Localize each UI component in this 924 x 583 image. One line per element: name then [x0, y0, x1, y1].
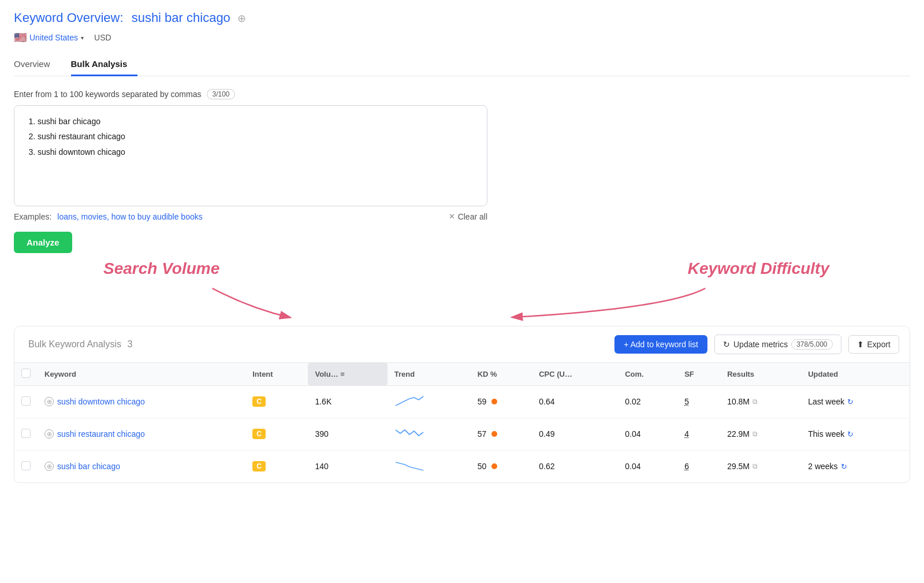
title-prefix: Keyword Overview: [14, 10, 124, 25]
analyze-button[interactable]: Analyze [14, 232, 72, 253]
add-keyword-icon[interactable]: ⊕ [237, 13, 246, 24]
row3-refresh-icon[interactable]: ↻ [841, 462, 847, 471]
row1-refresh-icon[interactable]: ↻ [847, 398, 854, 406]
row1-results-cell: 10.8M ⧉ [720, 385, 801, 418]
keywords-ordered-list: sushi bar chicago sushi restaurant chica… [26, 114, 475, 160]
table-header-row: Keyword Intent Volu… ≡ Trend KD % CPC (U… [14, 363, 910, 386]
table-title: Bulk Keyword Analysis 3 [25, 339, 608, 350]
clear-all-label: Clear all [458, 212, 487, 221]
x-icon: ✕ [449, 212, 455, 221]
row2-keyword-cell: ⊕ sushi restaurant chicago [38, 418, 245, 450]
row1-sf-value: 5 [684, 397, 689, 406]
th-intent: Intent [245, 363, 308, 386]
th-volume[interactable]: Volu… ≡ [308, 363, 387, 386]
country-label: United States [29, 33, 78, 42]
tab-overview[interactable]: Overview [14, 53, 61, 76]
row3-results-value: 29.5M [727, 462, 750, 471]
row3-cpc-cell: 0.62 [532, 450, 618, 482]
keyword-table: Keyword Intent Volu… ≡ Trend KD % CPC (U… [14, 363, 910, 482]
examples-bar: Examples: loans, movies, how to buy audi… [14, 212, 487, 221]
row3-updated-cell: 2 weeks ↻ [801, 450, 910, 482]
row3-keyword-text: sushi bar chicago [57, 462, 120, 471]
row1-kd-value: 59 [478, 397, 487, 406]
row2-intent-cell: C [245, 418, 308, 450]
table-header-bar: Bulk Keyword Analysis 3 + Add to keyword… [14, 326, 910, 363]
sort-icon: ≡ [340, 370, 345, 378]
row1-keyword-cell: ⊕ sushi downtown chicago [38, 385, 245, 418]
tab-bulk-analysis[interactable]: Bulk Analysis [71, 53, 138, 76]
row2-intent-badge: C [252, 429, 266, 439]
refresh-icon: ↻ [723, 340, 730, 349]
row2-cpc-cell: 0.49 [532, 418, 618, 450]
th-checkbox[interactable] [14, 363, 38, 386]
examples-label: Examples: [14, 212, 51, 221]
th-updated: Updated [801, 363, 910, 386]
row2-results-value: 22.9M [727, 429, 750, 439]
keywords-input-box[interactable]: sushi bar chicago sushi restaurant chica… [14, 105, 487, 206]
export-button[interactable]: ⬆ Export [848, 335, 899, 354]
th-cpc: CPC (U… [532, 363, 618, 386]
row3-kd-value: 50 [478, 462, 487, 471]
row2-sf-value: 4 [684, 429, 689, 439]
search-volume-annotation: Search Volume [103, 259, 219, 278]
th-keyword: Keyword [38, 363, 245, 386]
update-metrics-label: Update metrics [733, 340, 788, 349]
row2-checkbox[interactable] [21, 429, 31, 438]
instructions-text: Enter from 1 to 100 keywords separated b… [14, 90, 201, 99]
row2-com-cell: 0.04 [618, 418, 677, 450]
row2-trend-cell [388, 418, 471, 450]
row1-volume: 1.6K [315, 397, 331, 406]
row1-trend-cell [388, 385, 471, 418]
keyword-item-2: sushi restaurant chicago [38, 129, 475, 144]
row1-keyword-link[interactable]: ⊕ sushi downtown chicago [44, 397, 239, 406]
keyword-item-3: sushi downtown chicago [38, 144, 475, 160]
row1-kd-cell: 59 [471, 385, 532, 418]
row3-trend-cell [388, 450, 471, 482]
row1-results-icon: ⧉ [752, 398, 758, 406]
row2-keyword-text: sushi restaurant chicago [57, 429, 145, 439]
row1-checkbox[interactable] [21, 396, 31, 406]
row3-volume-cell: 140 [308, 450, 387, 482]
row3-keyword-link[interactable]: ⊕ sushi bar chicago [44, 462, 239, 471]
row2-results-cell: 22.9M ⧉ [720, 418, 801, 450]
row3-results-icon: ⧉ [752, 462, 758, 470]
row3-kd-dot [491, 463, 497, 469]
metrics-counter: 378/5,000 [791, 339, 832, 350]
row1-sf-cell: 5 [677, 385, 720, 418]
add-to-keyword-list-button[interactable]: + Add to keyword list [614, 335, 707, 354]
th-trend: Trend [388, 363, 471, 386]
examples-link[interactable]: loans, movies, how to buy audible books [57, 212, 202, 221]
bulk-input-instructions: Enter from 1 to 100 keywords separated b… [14, 89, 910, 99]
update-metrics-button[interactable]: ↻ Update metrics 378/5,000 [714, 335, 841, 354]
region-selector[interactable]: 🇺🇸 United States ▾ [14, 31, 84, 44]
clear-all-button[interactable]: ✕ Clear all [449, 212, 487, 221]
region-bar: 🇺🇸 United States ▾ USD [14, 31, 910, 44]
export-label: Export [867, 340, 891, 349]
kd-annotation: Keyword Difficulty [688, 259, 829, 278]
row1-kd-dot [491, 399, 497, 404]
keyword-title: sushi bar chicago [132, 10, 230, 25]
row3-com-cell: 0.04 [618, 450, 677, 482]
row3-keyword-cell: ⊕ sushi bar chicago [38, 450, 245, 482]
row3-checkbox-cell[interactable] [14, 450, 38, 482]
row2-keyword-link[interactable]: ⊕ sushi restaurant chicago [44, 429, 239, 439]
row2-kd-value: 57 [478, 429, 487, 439]
row2-sf-cell: 4 [677, 418, 720, 450]
page-title: Keyword Overview: sushi bar chicago ⊕ [14, 10, 910, 25]
table-row: ⊕ sushi downtown chicago C 1.6K [14, 385, 910, 418]
row2-checkbox-cell[interactable] [14, 418, 38, 450]
row3-intent-cell: C [245, 450, 308, 482]
flag-icon: 🇺🇸 [14, 31, 27, 44]
row3-sf-value: 6 [684, 462, 689, 471]
chevron-down-icon: ▾ [81, 35, 84, 41]
row2-updated-text: This week [808, 429, 844, 439]
row2-volume-cell: 390 [308, 418, 387, 450]
row2-refresh-icon[interactable]: ↻ [847, 430, 854, 439]
row1-keyword-text: sushi downtown chicago [57, 397, 145, 406]
row1-checkbox-cell[interactable] [14, 385, 38, 418]
header-checkbox[interactable] [21, 369, 31, 378]
th-kd: KD % [471, 363, 532, 386]
table-count: 3 [127, 339, 132, 349]
row3-checkbox[interactable] [21, 461, 31, 470]
row3-results-cell: 29.5M ⧉ [720, 450, 801, 482]
